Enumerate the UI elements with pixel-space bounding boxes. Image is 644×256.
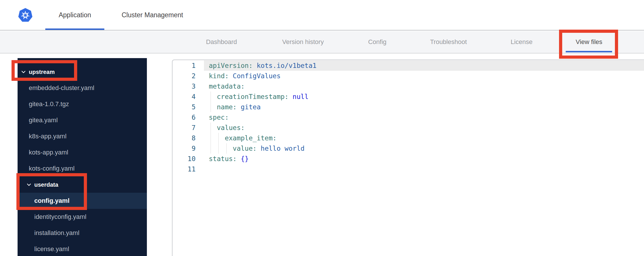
indent-guide [211,133,211,143]
code-token: metadata: [209,83,245,90]
indent-guide [211,123,211,133]
kubernetes-logo-icon [18,7,33,23]
code-line-content: metadata: [204,81,644,91]
tree-file-config-yaml[interactable]: config.yaml [18,193,147,209]
code-token [253,62,257,69]
code-token [229,72,233,80]
code-line-content: values: [204,123,644,133]
subnav-tab-label: Config [368,38,387,46]
code-token [257,145,261,152]
tab-application[interactable]: Application [59,0,91,30]
tree-item-label: upstream [29,69,55,75]
file-tree: upstream embedded-cluster.yaml gitea-1.0… [18,58,147,256]
code-line: 2 kind: ConfigValues [173,71,644,81]
subnav-tab-config[interactable]: Config [368,31,387,53]
tree-item-label: config.yaml [34,197,69,205]
tree-item-label: identityconfig.yaml [34,213,86,221]
line-number: 4 [173,91,204,102]
subnav-tab-label: Version history [282,38,324,46]
tree-folder-userdata[interactable]: userdata [18,177,147,193]
code-token: spec: [209,114,229,121]
code-token: name: [209,103,237,111]
indent-guide [211,91,211,102]
code-token: hello world [261,145,304,152]
code-line: 4 creationTimestamp: null [173,91,644,102]
code-token: kots.io/v1beta1 [257,62,317,69]
tree-file-kots-app-yaml[interactable]: kots-app.yaml [18,144,147,161]
line-number: 7 [173,123,204,133]
code-token: value: [209,145,257,152]
tree-item-label: kots-app.yaml [29,149,68,156]
line-number: 3 [173,81,204,91]
code-token [237,155,241,163]
tree-item-label: userdata [34,182,58,188]
tab-application-label: Application [59,11,91,19]
code-token: creationTimestamp: [209,93,289,100]
line-number: 11 [173,164,204,174]
code-line-content: status: {} [204,154,644,164]
subnav-tab-dashboard[interactable]: Dashboard [206,31,237,53]
code-line: 3 metadata: [173,81,644,91]
subnav-tab-license[interactable]: License [511,31,533,53]
tree-file-embedded-cluster-yaml[interactable]: embedded-cluster.yaml [18,80,147,96]
code-line-content: example_item: [204,133,644,143]
line-number: 1 [173,60,204,71]
code-token: kind: [209,72,229,80]
code-line-content [204,164,644,174]
tree-file-kots-config-yaml[interactable]: kots-config.yaml [18,161,147,177]
code-line: 8 example_item: [173,133,644,143]
tree-item-label: embedded-cluster.yaml [29,84,94,92]
tree-file-installation-yaml[interactable]: installation.yaml [18,225,147,241]
code-token: example_item: [209,134,276,142]
chevron-down-icon [27,183,31,186]
code-line-content: name: gitea [204,102,644,112]
line-number: 9 [173,143,204,154]
code-line-content: kind: ConfigValues [204,71,644,81]
subnav-tab-view-files[interactable]: View files [576,31,603,53]
code-token: null [293,93,308,100]
active-tab-underline [46,28,105,30]
code-line: 7 values: [173,123,644,133]
code-line-content: value: hello world [204,143,644,154]
tree-item-label: gitea.yaml [29,116,58,124]
tab-cluster-management[interactable]: Cluster Management [122,0,183,30]
tree-item-label: license.yaml [34,245,69,253]
file-viewer[interactable]: 1 apiVersion: kots.io/v1beta1 2 kind: Co… [172,60,644,256]
code-line: 1 apiVersion: kots.io/v1beta1 [173,60,644,71]
code-token: {} [241,155,249,163]
indent-guide [211,102,211,112]
code-line: 6 spec: [173,112,644,123]
tree-file-gitea-yaml[interactable]: gitea.yaml [18,112,147,128]
line-number: 6 [173,112,204,123]
code-token: apiVersion: [209,62,253,69]
tree-item-label: installation.yaml [34,229,79,237]
code-token [289,93,293,100]
code-token: ConfigValues [233,72,281,80]
subnav-tab-version-history[interactable]: Version history [282,31,324,53]
active-subtab-underline [566,51,612,52]
subnav-tab-label: Dashboard [206,38,237,46]
top-nav: Application Cluster Management [0,0,644,30]
code-token: status: [209,155,237,163]
line-number: 8 [173,133,204,143]
tree-file-license-yaml[interactable]: license.yaml [18,241,147,256]
indent-guide [226,143,227,154]
line-number: 2 [173,71,204,81]
code-line-content: spec: [204,112,644,123]
tree-folder-upstream[interactable]: upstream [18,64,147,80]
app-tab-bar: Dashboard Version history Config Trouble… [0,31,644,54]
code-line-content: apiVersion: kots.io/v1beta1 [204,60,644,71]
tree-file-k8s-app-yaml[interactable]: k8s-app.yaml [18,128,147,144]
line-number: 10 [173,154,204,164]
tree-file-gitea-1-0-7-tgz[interactable]: gitea-1.0.7.tgz [18,96,147,112]
indent-guide [211,143,211,154]
code-token: gitea [241,103,261,111]
subnav-tab-troubleshoot[interactable]: Troubleshoot [430,31,467,53]
tree-file-identityconfig-yaml[interactable]: identityconfig.yaml [18,209,147,225]
subnav-tab-label: View files [576,38,603,46]
tree-item-label: gitea-1.0.7.tgz [29,100,69,108]
indent-guide [218,143,219,154]
code-token [237,103,241,111]
code-line: 11 [173,164,644,174]
code-line: 5 name: gitea [173,102,644,112]
